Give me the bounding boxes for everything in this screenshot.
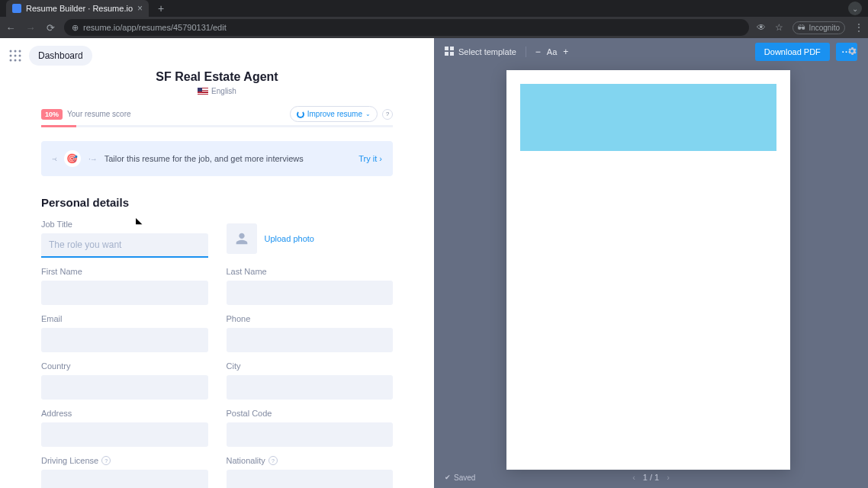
language-selector[interactable]: English <box>0 87 434 95</box>
tab-close-icon[interactable]: × <box>137 3 143 14</box>
upload-photo-link[interactable]: Upload photo <box>265 234 314 243</box>
saved-label: Saved <box>454 474 475 482</box>
score-badge: 10% <box>41 109 63 120</box>
person-icon <box>233 230 250 247</box>
bookmark-icon[interactable]: ☆ <box>775 22 783 33</box>
svg-point-8 <box>19 59 21 62</box>
country-input[interactable] <box>41 375 208 400</box>
address-label: Address <box>41 409 208 418</box>
forward-button[interactable]: → <box>24 22 37 34</box>
back-button[interactable]: ← <box>5 22 17 34</box>
svg-point-6 <box>10 59 12 62</box>
editor-pane: Dashboard SF Real Estate Agent English 1… <box>0 38 434 488</box>
url-text: resume.io/app/resumes/45790131/edit <box>83 23 227 32</box>
last-name-input[interactable] <box>227 281 394 305</box>
svg-point-4 <box>14 55 17 57</box>
first-name-label: First Name <box>41 267 208 276</box>
address-bar[interactable]: ⊕ resume.io/app/resumes/45790131/edit <box>64 19 749 36</box>
postal-code-input[interactable] <box>227 422 394 447</box>
font-size-icon: Aa <box>547 47 557 56</box>
svg-rect-10 <box>450 47 454 50</box>
country-label: Country <box>41 361 208 371</box>
tailor-decoration-right: ·→ <box>88 155 97 163</box>
tab-favicon <box>12 4 21 13</box>
tailor-banner: ··‹ 🎯 ·→ Tailor this resume for the job,… <box>41 141 393 176</box>
resume-title[interactable]: SF Real Estate Agent <box>0 70 434 84</box>
new-tab-button[interactable]: + <box>155 2 167 14</box>
settings-icon[interactable] <box>847 46 857 59</box>
chevron-right-icon: › <box>379 154 382 163</box>
svg-point-7 <box>14 59 17 62</box>
template-grid-icon <box>445 47 454 57</box>
avatar-placeholder[interactable] <box>227 223 257 254</box>
nationality-label: Nationality? <box>227 456 394 465</box>
language-label: English <box>211 87 236 95</box>
font-decrease-button[interactable]: − <box>535 47 541 57</box>
window-control-icon[interactable]: ⌄ <box>848 2 862 15</box>
loading-icon <box>297 111 304 118</box>
svg-point-2 <box>19 50 21 53</box>
check-icon: ✔ <box>445 474 451 481</box>
resume-preview-page[interactable] <box>506 70 790 470</box>
nationality-input[interactable] <box>227 470 394 488</box>
info-icon[interactable]: ? <box>101 456 111 465</box>
tab-title: Resume Builder · Resume.io <box>26 4 133 13</box>
last-name-label: Last Name <box>227 267 394 276</box>
chevron-down-icon: ⌄ <box>365 111 371 117</box>
incognito-icon: 🕶 <box>798 24 805 32</box>
score-progress-bar <box>41 125 393 127</box>
browser-menu-icon[interactable]: ⋮ <box>854 22 863 33</box>
score-label: Your resume score <box>67 110 290 118</box>
driving-license-input[interactable] <box>41 470 208 488</box>
tailor-text: Tailor this resume for the job, and get … <box>104 154 352 163</box>
job-title-input[interactable] <box>41 233 208 258</box>
saved-status: ✔ Saved <box>445 474 475 482</box>
job-title-label: Job Title <box>41 220 208 229</box>
email-input[interactable] <box>41 328 208 352</box>
phone-input[interactable] <box>227 328 394 352</box>
email-label: Email <box>41 314 208 323</box>
page-navigator: ‹ 1 / 1 › <box>632 473 670 482</box>
page-indicator: 1 / 1 <box>643 473 659 482</box>
driving-license-label: Driving License? <box>41 456 208 465</box>
try-it-button[interactable]: Try it › <box>358 154 382 163</box>
svg-rect-12 <box>450 52 454 56</box>
download-pdf-button[interactable]: Download PDF <box>755 43 830 61</box>
city-input[interactable] <box>227 375 394 400</box>
improve-resume-button[interactable]: Improve resume ⌄ <box>290 106 378 122</box>
eye-off-icon[interactable]: 👁 <box>757 22 766 33</box>
tailor-decoration-left: ··‹ <box>52 155 56 163</box>
prev-page-button[interactable]: ‹ <box>632 473 635 482</box>
tailor-icon: 🎯 <box>64 150 81 167</box>
address-input[interactable] <box>41 422 208 447</box>
dashboard-button[interactable]: Dashboard <box>29 46 92 66</box>
svg-point-1 <box>14 50 17 53</box>
help-icon[interactable]: ? <box>382 109 393 120</box>
site-info-icon[interactable]: ⊕ <box>72 23 79 33</box>
preview-header-block <box>520 84 776 151</box>
reload-button[interactable]: ⟳ <box>44 22 56 34</box>
select-template-label: Select template <box>458 47 516 56</box>
incognito-badge: 🕶 Incognito <box>792 21 845 34</box>
improve-label: Improve resume <box>307 110 362 118</box>
svg-point-0 <box>10 50 12 53</box>
svg-rect-9 <box>445 47 448 50</box>
font-increase-button[interactable]: + <box>563 47 568 57</box>
next-page-button[interactable]: › <box>667 473 670 482</box>
svg-point-5 <box>19 55 21 57</box>
apps-grid-icon[interactable] <box>9 50 21 62</box>
browser-tab[interactable]: Resume Builder · Resume.io × <box>6 0 149 17</box>
us-flag-icon <box>198 88 208 95</box>
separator <box>526 47 526 57</box>
city-label: City <box>227 361 394 371</box>
svg-rect-11 <box>445 52 448 56</box>
svg-point-3 <box>10 55 12 57</box>
browser-tabs-row: Resume Builder · Resume.io × + ⌄ <box>0 0 868 17</box>
info-icon[interactable]: ? <box>268 456 278 465</box>
browser-toolbar: ← → ⟳ ⊕ resume.io/app/resumes/45790131/e… <box>0 17 868 38</box>
postal-code-label: Postal Code <box>227 409 394 418</box>
phone-label: Phone <box>227 314 394 323</box>
first-name-input[interactable] <box>41 281 208 305</box>
select-template-button[interactable]: Select template <box>445 47 516 57</box>
preview-pane: Select template − Aa + Download PDF ··· … <box>434 38 868 488</box>
